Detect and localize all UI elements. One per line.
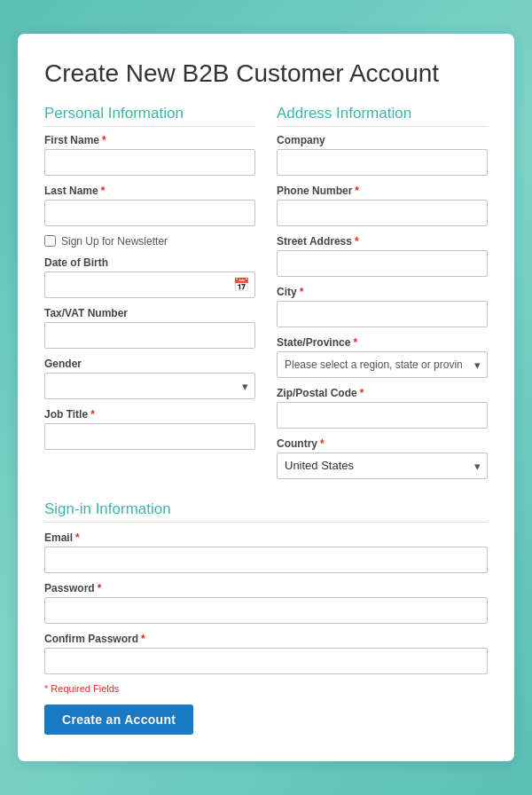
dob-input-wrapper: 📅 [44, 272, 255, 298]
required-note: * Required Fields [44, 683, 488, 694]
company-label: Company [277, 134, 488, 146]
personal-info-heading: Personal Information [44, 105, 255, 127]
first-name-field-group: First Name* [44, 134, 255, 176]
country-required-star: * [320, 437, 325, 450]
phone-required-star: * [355, 185, 359, 197]
tax-input[interactable] [44, 322, 255, 349]
country-label: Country* [277, 437, 488, 450]
phone-field-group: Phone Number* [277, 185, 488, 226]
state-label: State/Province* [277, 336, 488, 349]
job-title-label: Job Title* [44, 408, 255, 421]
gender-field-group: Gender Male Female Other [44, 358, 255, 399]
country-select-wrapper: United States Canada United Kingdom [277, 453, 488, 479]
page-title: Create New B2B Customer Account [44, 59, 488, 89]
state-select[interactable]: Please select a region, state or provinc… [277, 351, 488, 378]
state-required-star: * [353, 336, 357, 349]
city-input[interactable] [277, 301, 488, 327]
dob-input[interactable] [44, 272, 255, 298]
password-label: Password* [44, 582, 488, 594]
zip-required-star: * [360, 387, 364, 399]
street-required-star: * [355, 235, 359, 248]
two-column-layout: Personal Information First Name* Last Na… [44, 105, 488, 488]
job-title-field-group: Job Title* [44, 408, 255, 450]
password-required-star: * [98, 582, 102, 594]
address-info-column: Address Information Company Phone Number… [277, 105, 488, 488]
gender-label: Gender [44, 358, 255, 370]
zip-input[interactable] [277, 402, 488, 429]
confirm-password-input[interactable] [44, 648, 488, 674]
street-label: Street Address* [277, 235, 488, 248]
city-label: City* [277, 286, 488, 298]
email-input[interactable] [44, 547, 488, 573]
country-field-group: Country* United States Canada United Kin… [277, 437, 488, 479]
create-account-button[interactable]: Create an Account [44, 704, 193, 735]
city-required-star: * [300, 286, 304, 298]
zip-field-group: Zip/Postal Code* [277, 387, 488, 429]
newsletter-row: Sign Up for Newsletter [44, 235, 255, 248]
sign-in-heading: Sign-in Information [44, 500, 488, 523]
email-required-star: * [75, 531, 80, 544]
phone-label: Phone Number* [277, 185, 488, 197]
job-title-input[interactable] [44, 423, 255, 450]
email-label: Email* [44, 531, 488, 544]
confirm-password-field-group: Confirm Password* [44, 633, 488, 674]
last-name-field-group: Last Name* [44, 185, 255, 226]
password-field-group: Password* [44, 582, 488, 624]
job-title-required-star: * [90, 408, 95, 421]
personal-info-column: Personal Information First Name* Last Na… [44, 105, 255, 488]
address-info-heading: Address Information [277, 105, 488, 127]
first-name-label: First Name* [44, 134, 255, 146]
dob-field-group: Date of Birth 📅 [44, 256, 255, 298]
newsletter-label: Sign Up for Newsletter [61, 235, 168, 248]
gender-select-wrapper: Male Female Other [44, 373, 255, 399]
password-input[interactable] [44, 597, 488, 624]
email-field-group: Email* [44, 531, 488, 573]
confirm-password-required-star: * [141, 633, 145, 645]
city-field-group: City* [277, 286, 488, 327]
newsletter-checkbox[interactable] [44, 235, 56, 247]
company-field-group: Company [277, 134, 488, 176]
phone-input[interactable] [277, 200, 488, 226]
sign-in-section: Sign-in Information Email* Password* Con… [44, 500, 488, 674]
gender-select[interactable]: Male Female Other [44, 373, 255, 399]
state-select-wrapper: Please select a region, state or provinc… [277, 351, 488, 378]
last-name-required-star: * [101, 185, 106, 197]
dob-label: Date of Birth [44, 256, 255, 269]
first-name-input[interactable] [44, 149, 255, 176]
state-field-group: State/Province* Please select a region, … [277, 336, 488, 378]
tax-label: Tax/VAT Number [44, 307, 255, 319]
company-input[interactable] [277, 149, 488, 176]
first-name-required-star: * [102, 134, 106, 146]
last-name-label: Last Name* [44, 185, 255, 197]
street-input[interactable] [277, 250, 488, 277]
street-field-group: Street Address* [277, 235, 488, 277]
confirm-password-label: Confirm Password* [44, 633, 488, 645]
last-name-input[interactable] [44, 200, 255, 226]
tax-field-group: Tax/VAT Number [44, 307, 255, 349]
zip-label: Zip/Postal Code* [277, 387, 488, 399]
country-select[interactable]: United States Canada United Kingdom [277, 453, 488, 479]
form-card: Create New B2B Customer Account Personal… [18, 34, 514, 761]
